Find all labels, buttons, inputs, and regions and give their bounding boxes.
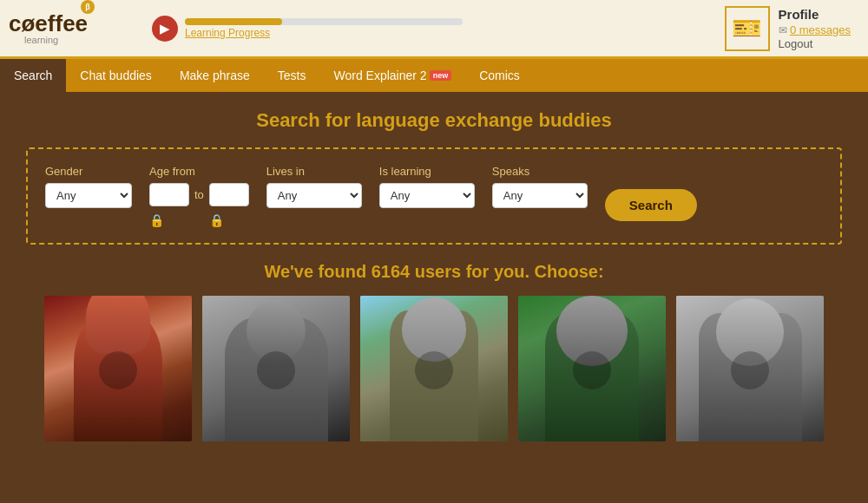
age-from-lock-icon: 🔒 [149, 213, 164, 227]
profile-icon-box: 🎫 [725, 6, 770, 51]
nav-label-chat-buddies: Chat buddies [80, 69, 152, 82]
search-title: Search for language exchange buddies [26, 109, 842, 132]
is-learning-filter: Is learning Any [379, 165, 475, 208]
lives-in-select[interactable]: Any [266, 183, 362, 208]
progress-bar-fill [185, 18, 282, 25]
messages-link[interactable]: 0 messages [790, 23, 851, 36]
search-filters-box: Gender Any Male Female Age from 1 to 100… [26, 147, 842, 245]
nav-item-comics[interactable]: Comics [465, 59, 534, 92]
beta-badge: β [81, 0, 95, 14]
new-badge: new [430, 70, 452, 81]
profile-info: Profile ✉ 0 messages Logout [779, 7, 851, 50]
nav-item-chat-buddies[interactable]: Chat buddies [66, 59, 166, 92]
main-content: Search for language exchange buddies Gen… [0, 92, 868, 459]
gender-label: Gender [45, 165, 132, 178]
logo-area: cøeffee learning β [9, 12, 135, 45]
user-cards [26, 296, 842, 441]
age-to-input[interactable]: 100 [209, 183, 249, 206]
nav-item-word-explainer[interactable]: Word Explainer 2 new [320, 59, 466, 92]
user-card-4[interactable] [518, 296, 666, 441]
nav-item-search[interactable]: Search [0, 59, 66, 92]
age-to-lock-icon: 🔒 [209, 213, 224, 227]
search-button[interactable]: Search [605, 189, 697, 221]
gender-select[interactable]: Any Male Female [45, 183, 132, 208]
nav-label-comics: Comics [479, 69, 520, 82]
nav-label-word-explainer: Word Explainer 2 [334, 69, 427, 82]
is-learning-label: Is learning [379, 165, 475, 178]
nav-label-search: Search [14, 69, 52, 82]
age-from-input[interactable]: 1 [149, 183, 189, 206]
nav-item-tests[interactable]: Tests [264, 59, 320, 92]
logo[interactable]: cøeffee learning [9, 12, 88, 45]
speaks-select[interactable]: Any [492, 183, 588, 208]
user-card-2[interactable] [202, 296, 350, 441]
logout-link[interactable]: Logout [779, 37, 851, 50]
user-card-5[interactable] [676, 296, 824, 441]
progress-icon: ▶ [152, 16, 178, 42]
results-title: We've found 6164 users for you. Choose: [26, 262, 842, 282]
user-card-1[interactable] [44, 296, 192, 441]
progress-link[interactable]: Learning Progress [185, 27, 463, 39]
gender-filter: Gender Any Male Female [45, 165, 132, 208]
nav-label-tests: Tests [278, 69, 306, 82]
progress-area: ▶ Learning Progress [135, 16, 725, 42]
nav-label-make-phrase: Make phrase [180, 69, 250, 82]
age-to-label: to [194, 188, 204, 201]
header: cøeffee learning β ▶ Learning Progress 🎫… [0, 0, 868, 59]
profile-title[interactable]: Profile [779, 7, 851, 22]
is-learning-select[interactable]: Any [379, 183, 475, 208]
profile-area: 🎫 Profile ✉ 0 messages Logout [725, 6, 851, 51]
age-label: Age from [149, 165, 249, 178]
age-filter: Age from 1 to 100 🔒 🔒 [149, 165, 249, 227]
user-card-3[interactable] [360, 296, 508, 441]
nav: Search Chat buddies Make phrase Tests Wo… [0, 59, 868, 92]
speaks-label: Speaks [492, 165, 588, 178]
speaks-filter: Speaks Any [492, 165, 588, 208]
lives-in-filter: Lives in Any [266, 165, 362, 208]
mail-icon: ✉ [779, 24, 790, 36]
nav-item-make-phrase[interactable]: Make phrase [166, 59, 264, 92]
lives-in-label: Lives in [266, 165, 362, 178]
progress-bar-track [185, 18, 463, 25]
